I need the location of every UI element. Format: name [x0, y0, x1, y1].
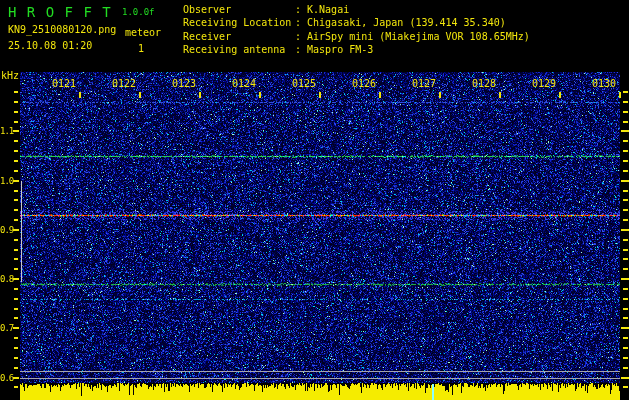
- app-title: H R O F F T: [8, 4, 112, 20]
- freq-tick-label: 0.8: [0, 274, 13, 284]
- meteor-count-value: 1: [138, 43, 144, 54]
- freq-tick-label: 0.7: [0, 323, 13, 333]
- station-info-label: Receiving Location: [183, 16, 295, 29]
- station-info-value: : Chigasaki, Japan (139.414 35.340): [295, 17, 506, 28]
- station-info-table: Observer: K.NagaiReceiving Location: Chi…: [183, 3, 530, 57]
- station-info-row: Receiving Location: Chigasaki, Japan (13…: [183, 16, 530, 29]
- freq-tick-label: 0.6: [0, 373, 13, 383]
- time-tick-label: 0122: [110, 78, 136, 89]
- observation-datetime: 25.10.08 01:20: [8, 40, 92, 51]
- freq-tick-label: 0.9: [0, 225, 13, 235]
- station-info-row: Receiver: AirSpy mini (Miakejima VOR 108…: [183, 30, 530, 43]
- station-info-row: Receiving antenna: Maspro FM-3: [183, 43, 530, 56]
- output-filename: KN9_2510080120.png: [8, 24, 116, 35]
- time-tick-label: 0127: [410, 78, 436, 89]
- meteor-count-label: meteor: [125, 27, 161, 38]
- spectrogram-canvas: [0, 0, 629, 400]
- hrofft-window: H R O F F T 1.0.0f KN9_2510080120.png 25…: [0, 0, 629, 400]
- time-tick-label: 0124: [230, 78, 256, 89]
- time-tick-label: 0126: [350, 78, 376, 89]
- app-version: 1.0.0f: [122, 7, 155, 17]
- station-info-label: Observer: [183, 3, 295, 16]
- freq-tick-label: 1.0: [0, 176, 13, 186]
- station-info-value: : Maspro FM-3: [295, 44, 373, 55]
- station-info-value: : K.Nagai: [295, 4, 349, 15]
- time-tick-label: 0130: [590, 78, 616, 89]
- y-axis-unit-label: kHz: [1, 70, 19, 81]
- time-tick-label: 0129: [530, 78, 556, 89]
- station-info-value: : AirSpy mini (Miakejima VOR 108.65MHz): [295, 31, 530, 42]
- time-tick-label: 0121: [50, 78, 76, 89]
- station-info-row: Observer: K.Nagai: [183, 3, 530, 16]
- time-tick-label: 0128: [470, 78, 496, 89]
- time-tick-label: 0123: [170, 78, 196, 89]
- station-info-label: Receiving antenna: [183, 43, 295, 56]
- freq-tick-label: 1.1: [0, 126, 13, 136]
- time-tick-label: 0125: [290, 78, 316, 89]
- station-info-label: Receiver: [183, 30, 295, 43]
